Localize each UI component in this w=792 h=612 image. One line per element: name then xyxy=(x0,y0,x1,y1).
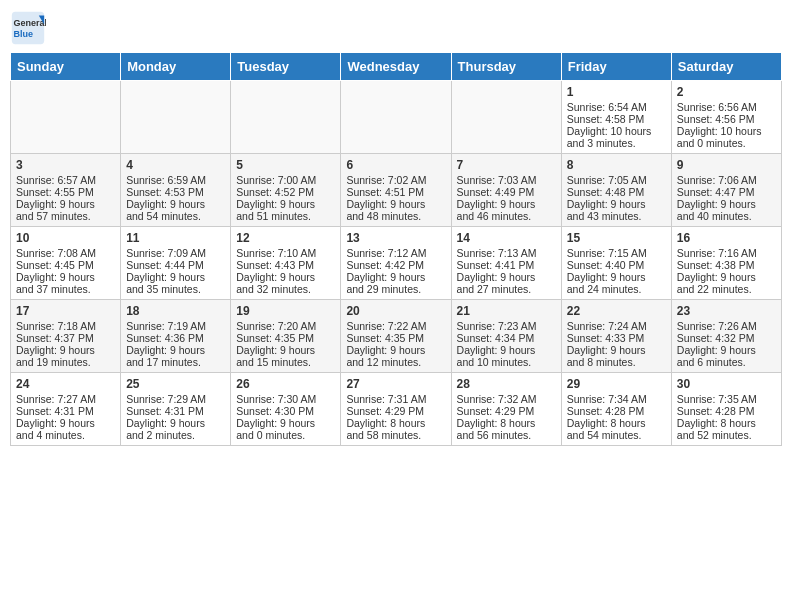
day-info: and 54 minutes. xyxy=(567,429,666,441)
day-info: Sunrise: 7:13 AM xyxy=(457,247,556,259)
day-info: Sunset: 4:49 PM xyxy=(457,186,556,198)
day-info: and 32 minutes. xyxy=(236,283,335,295)
day-number: 30 xyxy=(677,377,776,391)
day-number: 19 xyxy=(236,304,335,318)
day-info: Sunrise: 7:19 AM xyxy=(126,320,225,332)
day-info: Sunrise: 7:34 AM xyxy=(567,393,666,405)
day-info: Daylight: 9 hours xyxy=(126,417,225,429)
calendar-cell: 12Sunrise: 7:10 AMSunset: 4:43 PMDayligh… xyxy=(231,227,341,300)
day-info: Sunrise: 7:18 AM xyxy=(16,320,115,332)
day-info: Sunset: 4:29 PM xyxy=(346,405,445,417)
day-info: Sunrise: 7:06 AM xyxy=(677,174,776,186)
calendar-week-5: 24Sunrise: 7:27 AMSunset: 4:31 PMDayligh… xyxy=(11,373,782,446)
day-info: Daylight: 9 hours xyxy=(126,198,225,210)
calendar-cell: 18Sunrise: 7:19 AMSunset: 4:36 PMDayligh… xyxy=(121,300,231,373)
day-info: and 29 minutes. xyxy=(346,283,445,295)
weekday-header-friday: Friday xyxy=(561,53,671,81)
day-info: and 46 minutes. xyxy=(457,210,556,222)
calendar-cell: 2Sunrise: 6:56 AMSunset: 4:56 PMDaylight… xyxy=(671,81,781,154)
day-number: 1 xyxy=(567,85,666,99)
day-number: 5 xyxy=(236,158,335,172)
calendar-cell: 1Sunrise: 6:54 AMSunset: 4:58 PMDaylight… xyxy=(561,81,671,154)
day-number: 26 xyxy=(236,377,335,391)
calendar-cell: 26Sunrise: 7:30 AMSunset: 4:30 PMDayligh… xyxy=(231,373,341,446)
calendar-cell: 28Sunrise: 7:32 AMSunset: 4:29 PMDayligh… xyxy=(451,373,561,446)
day-info: and 8 minutes. xyxy=(567,356,666,368)
day-info: and 6 minutes. xyxy=(677,356,776,368)
day-info: Sunset: 4:33 PM xyxy=(567,332,666,344)
calendar-cell: 20Sunrise: 7:22 AMSunset: 4:35 PMDayligh… xyxy=(341,300,451,373)
day-info: Sunset: 4:53 PM xyxy=(126,186,225,198)
calendar-cell: 27Sunrise: 7:31 AMSunset: 4:29 PMDayligh… xyxy=(341,373,451,446)
day-info: and 15 minutes. xyxy=(236,356,335,368)
day-info: Sunset: 4:34 PM xyxy=(457,332,556,344)
day-info: Sunrise: 6:54 AM xyxy=(567,101,666,113)
day-info: Sunset: 4:35 PM xyxy=(236,332,335,344)
calendar-cell: 22Sunrise: 7:24 AMSunset: 4:33 PMDayligh… xyxy=(561,300,671,373)
day-number: 20 xyxy=(346,304,445,318)
day-info: Sunset: 4:35 PM xyxy=(346,332,445,344)
day-info: Sunrise: 6:59 AM xyxy=(126,174,225,186)
day-info: Daylight: 9 hours xyxy=(567,271,666,283)
weekday-header-saturday: Saturday xyxy=(671,53,781,81)
weekday-header-sunday: Sunday xyxy=(11,53,121,81)
day-info: and 37 minutes. xyxy=(16,283,115,295)
day-info: Sunrise: 7:27 AM xyxy=(16,393,115,405)
svg-text:Blue: Blue xyxy=(14,29,34,39)
calendar-cell: 3Sunrise: 6:57 AMSunset: 4:55 PMDaylight… xyxy=(11,154,121,227)
day-number: 6 xyxy=(346,158,445,172)
day-info: Sunset: 4:43 PM xyxy=(236,259,335,271)
day-info: and 0 minutes. xyxy=(236,429,335,441)
day-info: Sunrise: 7:10 AM xyxy=(236,247,335,259)
day-info: and 12 minutes. xyxy=(346,356,445,368)
day-info: Daylight: 9 hours xyxy=(126,271,225,283)
day-info: Sunrise: 7:32 AM xyxy=(457,393,556,405)
day-number: 9 xyxy=(677,158,776,172)
day-info: and 58 minutes. xyxy=(346,429,445,441)
day-number: 23 xyxy=(677,304,776,318)
day-info: Daylight: 9 hours xyxy=(16,271,115,283)
day-info: Daylight: 9 hours xyxy=(236,198,335,210)
calendar-cell: 6Sunrise: 7:02 AMSunset: 4:51 PMDaylight… xyxy=(341,154,451,227)
calendar-cell: 9Sunrise: 7:06 AMSunset: 4:47 PMDaylight… xyxy=(671,154,781,227)
day-info: Sunset: 4:37 PM xyxy=(16,332,115,344)
day-info: Sunrise: 7:26 AM xyxy=(677,320,776,332)
day-info: Daylight: 9 hours xyxy=(567,198,666,210)
day-info: Sunset: 4:30 PM xyxy=(236,405,335,417)
calendar-cell: 4Sunrise: 6:59 AMSunset: 4:53 PMDaylight… xyxy=(121,154,231,227)
calendar-cell: 10Sunrise: 7:08 AMSunset: 4:45 PMDayligh… xyxy=(11,227,121,300)
day-info: Sunrise: 7:02 AM xyxy=(346,174,445,186)
calendar-cell: 11Sunrise: 7:09 AMSunset: 4:44 PMDayligh… xyxy=(121,227,231,300)
day-info: and 0 minutes. xyxy=(677,137,776,149)
day-info: Daylight: 8 hours xyxy=(677,417,776,429)
calendar-cell: 25Sunrise: 7:29 AMSunset: 4:31 PMDayligh… xyxy=(121,373,231,446)
day-info: Sunrise: 7:23 AM xyxy=(457,320,556,332)
day-info: Daylight: 9 hours xyxy=(677,198,776,210)
day-info: Sunset: 4:28 PM xyxy=(677,405,776,417)
day-info: Sunset: 4:52 PM xyxy=(236,186,335,198)
day-info: Daylight: 10 hours xyxy=(567,125,666,137)
day-info: Sunrise: 7:20 AM xyxy=(236,320,335,332)
calendar-cell: 13Sunrise: 7:12 AMSunset: 4:42 PMDayligh… xyxy=(341,227,451,300)
calendar-cell: 15Sunrise: 7:15 AMSunset: 4:40 PMDayligh… xyxy=(561,227,671,300)
calendar-week-1: 1Sunrise: 6:54 AMSunset: 4:58 PMDaylight… xyxy=(11,81,782,154)
day-info: and 56 minutes. xyxy=(457,429,556,441)
day-info: Sunrise: 7:09 AM xyxy=(126,247,225,259)
calendar-cell: 23Sunrise: 7:26 AMSunset: 4:32 PMDayligh… xyxy=(671,300,781,373)
day-info: Sunrise: 7:03 AM xyxy=(457,174,556,186)
day-info: Sunset: 4:42 PM xyxy=(346,259,445,271)
day-info: Daylight: 9 hours xyxy=(346,198,445,210)
weekday-header-tuesday: Tuesday xyxy=(231,53,341,81)
calendar-cell: 7Sunrise: 7:03 AMSunset: 4:49 PMDaylight… xyxy=(451,154,561,227)
day-info: and 2 minutes. xyxy=(126,429,225,441)
day-info: Sunrise: 7:16 AM xyxy=(677,247,776,259)
day-info: Daylight: 9 hours xyxy=(236,417,335,429)
day-number: 27 xyxy=(346,377,445,391)
day-info: Sunset: 4:56 PM xyxy=(677,113,776,125)
day-info: Daylight: 9 hours xyxy=(677,271,776,283)
day-number: 14 xyxy=(457,231,556,245)
day-info: Sunrise: 6:56 AM xyxy=(677,101,776,113)
calendar-cell: 17Sunrise: 7:18 AMSunset: 4:37 PMDayligh… xyxy=(11,300,121,373)
day-info: Daylight: 9 hours xyxy=(457,271,556,283)
day-number: 25 xyxy=(126,377,225,391)
